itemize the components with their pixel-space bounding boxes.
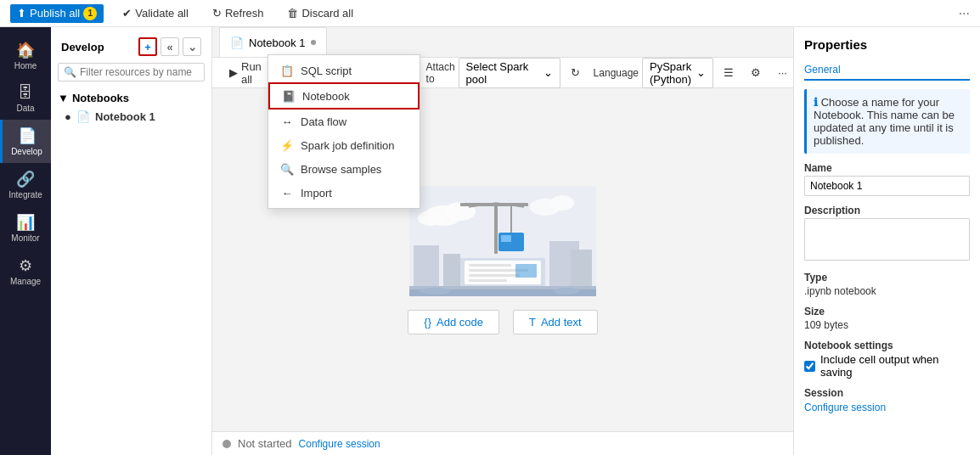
add-resource-dropdown: 📋 SQL script 📓 Notebook ↔ Data flow ⚡ Sp… <box>268 54 420 209</box>
notebook-tabs: 📄 Notebook 1 <box>212 27 793 58</box>
size-section: Size 109 bytes <box>804 306 970 331</box>
sidebar-item-integrate-label: Integrate <box>8 190 42 199</box>
sidebar-item-develop[interactable]: 📄 Develop <box>0 120 51 163</box>
status-dot <box>222 440 231 448</box>
sidebar-item-data-label: Data <box>16 104 34 113</box>
import-icon: ← <box>280 186 294 199</box>
notebooks-label: Notebooks <box>72 92 129 104</box>
dropdown-sql-script[interactable]: 📋 SQL script <box>268 59 420 82</box>
settings-icon: ⚙ <box>751 66 761 79</box>
refresh-icon: ↻ <box>212 7 222 20</box>
validate-icon: ✔ <box>122 7 132 20</box>
add-text-label: Add text <box>541 316 582 329</box>
svg-rect-10 <box>494 203 498 254</box>
sidebar-item-data[interactable]: 🗄 Data <box>0 77 51 120</box>
develop-panel: Develop + « ⌄ 🔍 ▼ Notebooks ● 📄 Notebook… <box>51 27 212 455</box>
more-nb-options-btn[interactable]: ··· <box>771 64 793 81</box>
svg-rect-9 <box>571 250 592 288</box>
configure-session-link[interactable]: Configure session <box>299 438 380 450</box>
resource-search-box[interactable]: 🔍 <box>58 63 205 81</box>
tree-section: ▼ Notebooks ● 📄 Notebook 1 <box>51 88 211 126</box>
add-text-button[interactable]: T Add text <box>513 310 598 334</box>
spark-pool-chevron: ⌄ <box>544 66 553 79</box>
settings-icon-btn[interactable]: ⚙ <box>744 64 768 81</box>
notebook-illustration <box>409 186 596 296</box>
notebook-tab-label: Notebook 1 <box>249 37 306 49</box>
discard-all-label: Discard all <box>301 7 353 20</box>
add-text-icon: T <box>529 316 536 329</box>
sidebar-item-home-label: Home <box>14 61 37 70</box>
type-section: Type .ipynb notebook <box>804 272 970 297</box>
import-label: Import <box>301 187 332 199</box>
sidebar-item-monitor-label: Monitor <box>11 233 39 243</box>
description-textarea[interactable] <box>804 218 970 261</box>
publish-all-label: Publish all <box>30 7 80 20</box>
properties-general-tab[interactable]: General <box>804 64 970 81</box>
notebook-icon: 📓 <box>282 89 296 103</box>
collapse-panel-button[interactable]: « <box>161 37 179 56</box>
develop-panel-header: Develop + « ⌄ <box>51 27 211 63</box>
svg-point-5 <box>550 195 574 211</box>
more-develop-button[interactable]: ⌄ <box>183 37 201 56</box>
search-input[interactable] <box>80 66 199 78</box>
properties-icon-btn[interactable]: ☰ <box>717 64 741 81</box>
manage-icon: ⚙ <box>19 256 32 275</box>
integrate-icon: 🔗 <box>16 170 35 188</box>
notebook-tab[interactable]: 📄 Notebook 1 <box>219 27 327 57</box>
dropdown-spark-job[interactable]: ⚡ Spark job definition <box>268 133 420 157</box>
sidebar-item-monitor[interactable]: 📊 Monitor <box>0 206 51 250</box>
publish-all-button[interactable]: ⬆ Publish all 1 <box>10 4 104 23</box>
dropdown-notebook[interactable]: 📓 Notebook <box>268 82 420 110</box>
sidebar-item-integrate[interactable]: 🔗 Integrate <box>0 163 51 206</box>
notebook-settings-label: Notebook settings <box>804 340 970 351</box>
run-all-button[interactable]: ▶ Run all <box>222 58 268 88</box>
language-select[interactable]: PySpark (Python) ⌄ <box>642 58 713 88</box>
refresh-button[interactable]: ↻ Refresh <box>207 5 269 21</box>
sidebar-item-home[interactable]: 🏠 Home <box>0 34 51 77</box>
properties-panel: Properties General ℹ Choose a name for y… <box>793 27 980 455</box>
add-code-button[interactable]: {} Add code <box>408 310 499 334</box>
add-code-label: Add code <box>436 316 483 329</box>
svg-rect-19 <box>469 264 511 267</box>
svg-rect-7 <box>443 254 460 288</box>
name-input[interactable] <box>804 176 970 196</box>
more-nb-options-icon: ··· <box>778 66 787 79</box>
sql-script-icon: 📋 <box>280 64 294 77</box>
data-flow-label: Data flow <box>301 115 346 128</box>
add-resource-button[interactable]: + <box>138 37 157 56</box>
name-section: Name <box>804 162 970 196</box>
language-label: Language <box>594 67 639 79</box>
language-chevron: ⌄ <box>696 66 706 79</box>
toolbar-right-icons: ☰ ⚙ ··· <box>717 64 793 81</box>
size-value: 109 bytes <box>804 319 970 331</box>
dropdown-import[interactable]: ← Import <box>268 181 420 205</box>
configure-session-properties-link[interactable]: Configure session <box>804 402 886 413</box>
language-value: PySpark (Python) <box>650 60 691 86</box>
type-value: .ipynb notebook <box>804 285 970 297</box>
description-label: Description <box>804 205 970 216</box>
notebook-actions: {} Add code T Add text <box>408 310 597 334</box>
data-icon: 🗄 <box>18 84 33 102</box>
more-options-icon[interactable]: ··· <box>959 6 970 20</box>
add-code-icon: {} <box>424 316 431 329</box>
notebook-tree-item[interactable]: ● 📄 Notebook 1 <box>58 108 205 126</box>
svg-rect-16 <box>501 235 511 242</box>
discard-all-button[interactable]: 🗑 Discard all <box>282 5 358 21</box>
dropdown-data-flow[interactable]: ↔ Data flow <box>268 110 420 133</box>
spark-pool-select[interactable]: Select Spark pool ⌄ <box>459 58 560 88</box>
notebook-dot: ● <box>65 110 71 123</box>
develop-header-icons: + « ⌄ <box>138 37 201 56</box>
refresh-session-button[interactable]: ↻ <box>564 64 587 81</box>
sidebar-item-manage[interactable]: ⚙ Manage <box>0 250 51 293</box>
properties-icon: ☰ <box>724 66 734 79</box>
dropdown-browse-samples[interactable]: 🔍 Browse samples <box>268 157 420 181</box>
data-flow-icon: ↔ <box>280 115 294 128</box>
validate-all-button[interactable]: ✔ Validate all <box>117 5 194 21</box>
discard-icon: 🗑 <box>287 7 298 20</box>
notebooks-section-header[interactable]: ▼ Notebooks <box>58 88 205 108</box>
search-icon: 🔍 <box>64 66 76 78</box>
include-output-checkbox[interactable] <box>804 361 815 372</box>
notebook-tab-icon: 📄 <box>230 37 244 49</box>
type-label: Type <box>804 272 970 284</box>
status-bar: Not started Configure session <box>212 431 793 455</box>
